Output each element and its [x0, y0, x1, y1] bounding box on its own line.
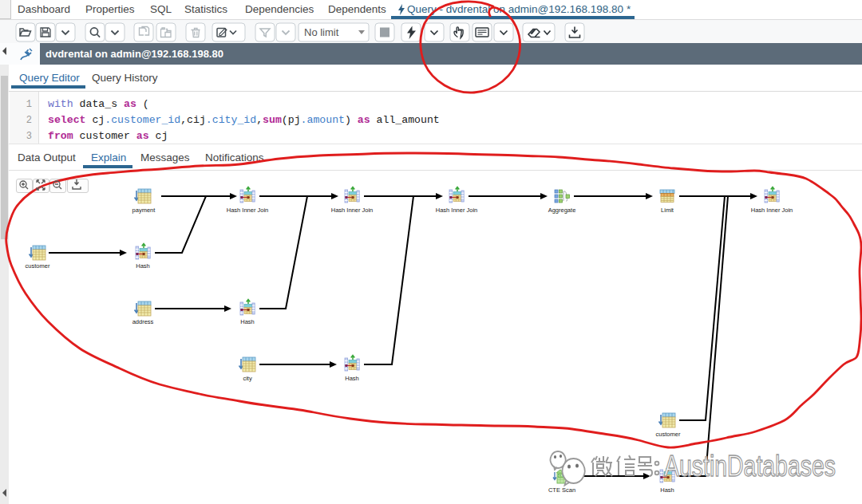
- svg-text:Hash: Hash: [136, 262, 150, 270]
- svg-text:Hash Inner Join: Hash Inner Join: [436, 207, 478, 214]
- svg-text:Aggregate: Aggregate: [548, 207, 576, 214]
- svg-text:customer: customer: [26, 262, 50, 270]
- svg-text:Hash Inner Join: Hash Inner Join: [227, 207, 269, 214]
- svg-text:customer: customer: [656, 431, 681, 438]
- svg-text:city: city: [243, 375, 252, 382]
- svg-text:Limit: Limit: [661, 207, 674, 214]
- svg-text:address: address: [132, 318, 154, 325]
- svg-text:Hash Inner Join: Hash Inner Join: [331, 207, 374, 214]
- svg-text:Hash: Hash: [345, 375, 359, 382]
- svg-text:payment: payment: [132, 207, 156, 214]
- svg-text:Hash: Hash: [240, 318, 255, 325]
- svg-text:AustinDatabases: AustinDatabases: [664, 450, 836, 482]
- svg-text:Hash: Hash: [660, 486, 674, 494]
- svg-text:Hash Inner Join: Hash Inner Join: [751, 207, 793, 214]
- svg-text:CTE Scan: CTE Scan: [548, 486, 575, 494]
- svg-text:No limit: No limit: [304, 26, 339, 38]
